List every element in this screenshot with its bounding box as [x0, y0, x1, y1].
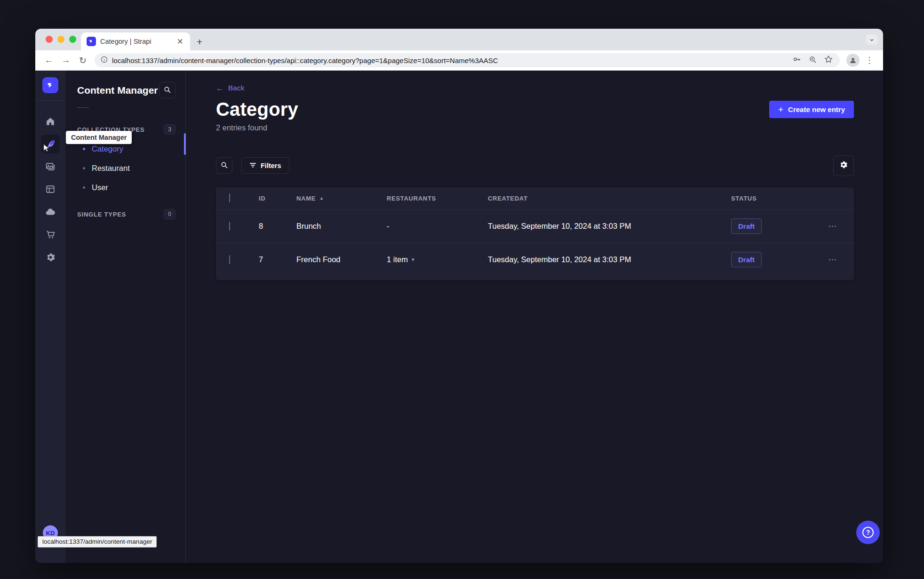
- back-nav-icon[interactable]: ←: [42, 53, 56, 67]
- content-manager-subnav: Content Manager COLLECTION TYPES 3 Categ…: [65, 71, 186, 563]
- cell-id: 7: [247, 255, 285, 264]
- column-header-status: STATUS: [719, 195, 811, 202]
- table-row[interactable]: 8 Brunch - Tuesday, September 10, 2024 a…: [216, 209, 854, 243]
- bullet-icon: [83, 167, 85, 169]
- mouse-cursor: [42, 144, 51, 154]
- browser-profile-avatar[interactable]: [846, 54, 860, 67]
- select-all-checkbox[interactable]: [229, 193, 230, 202]
- sidebar-item-label: Restaurant: [92, 164, 130, 173]
- cell-restaurants: -: [375, 222, 476, 231]
- table-search-button[interactable]: [216, 157, 232, 174]
- collection-types-count-badge: 3: [164, 124, 175, 135]
- sidebar-item-label: Category: [92, 145, 123, 153]
- cell-createdat: Tuesday, September 10, 2024 at 3:03 PM: [476, 222, 719, 231]
- browser-tab[interactable]: Category | Strapi ✕: [81, 32, 190, 50]
- strapi-logo[interactable]: [42, 77, 58, 93]
- subnav-title: Content Manager: [77, 85, 158, 96]
- link-status-tooltip: localhost:1337/admin/content-manager: [38, 536, 157, 547]
- subnav-search-button[interactable]: [159, 82, 175, 98]
- nav-divider: [35, 100, 65, 101]
- tab-strip: Category | Strapi ✕ + ⌄: [35, 29, 883, 50]
- filters-button[interactable]: Filters: [241, 157, 289, 174]
- password-key-icon[interactable]: [792, 55, 802, 66]
- view-settings-button[interactable]: [833, 155, 854, 176]
- bookmark-star-icon[interactable]: [824, 55, 833, 66]
- nav-home-icon[interactable]: [41, 112, 60, 131]
- single-types-count-badge: 0: [164, 209, 175, 219]
- strapi-app: KD Content Manager COLLECTION TYPES 3: [35, 71, 883, 563]
- minimize-window-button[interactable]: [57, 36, 64, 43]
- zoom-page-icon[interactable]: [808, 55, 817, 66]
- search-icon: [163, 86, 171, 95]
- section-label: SINGLE TYPES: [77, 211, 126, 218]
- close-window-button[interactable]: [46, 36, 53, 43]
- nav-marketplace-icon[interactable]: [41, 225, 60, 244]
- question-mark-icon: ?: [862, 527, 874, 538]
- table-header-row: ID NAME▲ RESTAURANTS CREATEDAT STATUS: [216, 187, 854, 209]
- main-nav: KD: [35, 71, 65, 563]
- nav-settings-icon[interactable]: [41, 248, 60, 266]
- cell-id: 8: [247, 222, 285, 231]
- sidebar-item-user[interactable]: User: [65, 178, 185, 197]
- table-row[interactable]: 7 French Food 1 item▾ Tuesday, September…: [216, 243, 854, 276]
- nav-cloud-icon[interactable]: [41, 202, 60, 221]
- sidebar-item-restaurant[interactable]: Restaurant: [65, 159, 185, 178]
- url-bar[interactable]: localhost:1337/admin/content-manager/col…: [95, 53, 840, 67]
- new-tab-button[interactable]: +: [197, 37, 202, 47]
- column-header-id[interactable]: ID: [247, 195, 285, 202]
- browser-menu-icon[interactable]: ⋮: [862, 55, 876, 65]
- row-checkbox[interactable]: [229, 222, 230, 231]
- row-actions-menu-icon[interactable]: ⋯: [811, 221, 854, 231]
- column-header-createdat: CREATEDAT: [476, 195, 719, 202]
- column-header-restaurants: RESTAURANTS: [375, 195, 476, 202]
- strapi-favicon-icon: [87, 37, 96, 46]
- entries-count: 2 entries found: [216, 123, 854, 132]
- cell-createdat: Tuesday, September 10, 2024 at 3:03 PM: [476, 255, 719, 264]
- status-badge: Draft: [731, 218, 762, 234]
- nav-content-type-builder-icon[interactable]: [41, 180, 60, 199]
- plus-icon: +: [778, 105, 783, 114]
- cell-name: French Food: [285, 255, 375, 264]
- sidebar-item-label: User: [92, 183, 108, 192]
- single-types-section[interactable]: SINGLE TYPES 0: [65, 209, 185, 219]
- row-actions-menu-icon[interactable]: ⋯: [811, 255, 854, 265]
- url-text: localhost:1337/admin/content-manager/col…: [112, 56, 789, 64]
- filter-icon: [249, 162, 256, 169]
- back-label: Back: [228, 84, 244, 92]
- browser-window: Category | Strapi ✕ + ⌄ ← → ↻ localhost:…: [35, 29, 883, 563]
- forward-nav-icon[interactable]: →: [59, 53, 73, 67]
- create-new-entry-button[interactable]: + Create new entry: [769, 101, 854, 118]
- tab-close-icon[interactable]: ✕: [175, 37, 185, 47]
- reload-icon[interactable]: ↻: [76, 53, 90, 67]
- subnav-divider: [77, 107, 89, 108]
- back-arrow-icon: ←: [216, 84, 224, 92]
- filters-label: Filters: [261, 162, 281, 169]
- status-badge: Draft: [731, 252, 762, 267]
- cell-restaurants[interactable]: 1 item▾: [375, 255, 476, 264]
- row-checkbox[interactable]: [229, 255, 230, 264]
- cell-name: Brunch: [285, 222, 375, 231]
- site-info-icon[interactable]: [100, 56, 108, 65]
- create-button-label: Create new entry: [788, 105, 845, 113]
- content-manager-tooltip: Content Manager: [66, 131, 132, 144]
- traffic-lights: [46, 36, 76, 43]
- tab-title: Category | Strapi: [100, 38, 171, 45]
- entries-table: ID NAME▲ RESTAURANTS CREATEDAT STATUS 8 …: [216, 187, 854, 280]
- browser-toolbar: ← → ↻ localhost:1337/admin/content-manag…: [35, 50, 883, 71]
- column-header-name[interactable]: NAME▲: [285, 195, 375, 202]
- sort-ascending-icon: ▲: [319, 196, 324, 201]
- help-button[interactable]: ?: [856, 521, 880, 544]
- filters-row: Filters: [216, 155, 854, 176]
- search-icon: [220, 161, 228, 170]
- chevron-down-icon: ▾: [412, 257, 414, 263]
- main-content: ← Back Category 2 entries found + Create…: [186, 71, 883, 563]
- nav-media-library-icon[interactable]: [41, 157, 60, 176]
- zoom-window-button[interactable]: [69, 36, 76, 43]
- bullet-icon: [83, 148, 85, 150]
- tab-search-chevron-icon[interactable]: ⌄: [866, 34, 877, 45]
- back-link[interactable]: ← Back: [216, 84, 244, 92]
- gear-icon: [839, 160, 848, 171]
- page-title: Category: [216, 99, 854, 120]
- bullet-icon: [83, 186, 85, 189]
- nav-content-manager-icon[interactable]: [41, 135, 60, 153]
